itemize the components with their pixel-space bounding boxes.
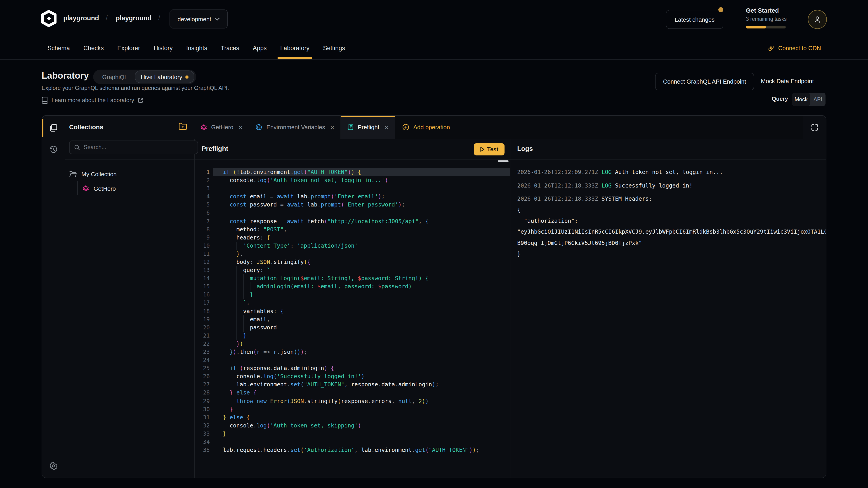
code-line[interactable]: 28 } else { <box>194 389 510 397</box>
code-text: email, <box>223 315 270 323</box>
query-mode-api[interactable]: API <box>810 93 826 106</box>
tab-environment-variables[interactable]: Environment Variables× <box>249 116 341 139</box>
main-nav: SchemaChecksExplorerHistoryInsightsTrace… <box>0 37 868 60</box>
fullscreen-button[interactable] <box>803 116 826 139</box>
code-line[interactable]: 9 headers: { <box>194 233 510 241</box>
connect-endpoint-label: Connect GraphQL API Endpoint <box>663 78 746 85</box>
code-line[interactable]: 18 variables: { <box>194 307 510 315</box>
code-line[interactable]: 17 `, <box>194 299 510 307</box>
code-line[interactable]: 4 const email = await lab.prompt('Enter … <box>194 193 510 201</box>
code-line[interactable]: 13 query: ` <box>194 266 510 274</box>
code-line[interactable]: 27 lab.environment.set("AUTH_TOKEN", res… <box>194 381 510 389</box>
divider <box>89 72 89 84</box>
nav-item-history[interactable]: History <box>154 37 173 59</box>
code-line[interactable]: 29 throw new Error(JSON.stringify(respon… <box>194 397 510 405</box>
line-number: 3 <box>194 184 210 193</box>
code-line[interactable]: 20 password <box>194 323 510 331</box>
code-line[interactable]: 16 } <box>194 291 510 299</box>
avatar[interactable] <box>808 10 827 29</box>
line-number: 21 <box>194 332 210 340</box>
learn-more-link[interactable]: Learn more about the Laboratory <box>41 97 143 104</box>
mock-data-endpoint-button[interactable]: Mock Data Endpoint <box>761 73 814 90</box>
code-text: lab.environment.set("AUTH_TOKEN", respon… <box>223 381 439 389</box>
add-operation-button[interactable]: Add operation <box>395 116 457 139</box>
log-json-line: { <box>517 204 827 216</box>
code-text: console.log('Auth token set, skipping') <box>223 422 361 430</box>
collections-sidebar: Collections Search... My Collection GetH… <box>65 116 195 478</box>
connect-to-cdn-link[interactable]: Connect to CDN <box>768 37 821 59</box>
code-line[interactable]: 35lab.request.headers.set('Authorization… <box>194 446 510 454</box>
code-line[interactable]: 26 console.log('Successfully logged in!'… <box>194 372 510 381</box>
nav-item-schema[interactable]: Schema <box>48 37 70 59</box>
collections-rail-button[interactable] <box>42 119 65 137</box>
get-started-title[interactable]: Get Started <box>746 7 779 14</box>
nav-item-laboratory[interactable]: Laboratory <box>280 37 309 59</box>
mode-hive-label: Hive Laboratory <box>141 73 182 80</box>
tab-preflight[interactable]: Preflight× <box>341 116 395 139</box>
search-input[interactable]: Search... <box>69 140 198 154</box>
close-icon[interactable]: × <box>385 124 388 131</box>
log-entry: 2026-01-26T12:12:18.333Z LOG Successfull… <box>517 180 827 191</box>
external-link-icon <box>138 98 143 103</box>
operation-item[interactable]: GetHero <box>83 183 116 194</box>
history-rail-button[interactable] <box>42 140 65 159</box>
nav-item-apps[interactable]: Apps <box>253 37 267 59</box>
collection-item[interactable]: My Collection <box>69 168 117 180</box>
code-line[interactable]: 24 <box>194 356 510 364</box>
panel-resize-handle[interactable] <box>498 160 508 162</box>
code-line[interactable]: 22 }) <box>194 340 510 348</box>
nav-item-traces[interactable]: Traces <box>221 37 239 59</box>
latest-changes-button[interactable]: Latest changes <box>666 10 723 29</box>
line-number: 22 <box>194 340 210 348</box>
line-number: 12 <box>194 258 210 266</box>
code-line[interactable]: 5 const password = await lab.prompt('Ent… <box>194 201 510 209</box>
code-line[interactable]: 11 }, <box>194 250 510 258</box>
hive-logo-icon[interactable] <box>40 10 58 27</box>
code-line[interactable]: 12 body: JSON.stringify({ <box>194 258 510 266</box>
code-line[interactable]: 21 } <box>194 332 510 340</box>
line-number: 16 <box>194 291 210 299</box>
code-line[interactable]: 8 method: "POST", <box>194 225 510 233</box>
mode-graphiql[interactable]: GraphiQL <box>95 73 135 80</box>
line-number: 13 <box>194 266 210 274</box>
breadcrumb-project[interactable]: playground <box>116 14 151 22</box>
code-line[interactable]: 7 const response = await fetch("http://l… <box>194 217 510 225</box>
code-line[interactable]: 30 } <box>194 405 510 413</box>
code-line[interactable]: 25 if (response.data.adminLogin) { <box>194 364 510 372</box>
nav-item-checks[interactable]: Checks <box>84 37 104 59</box>
add-collection-button[interactable] <box>179 123 187 130</box>
nav-item-explorer[interactable]: Explorer <box>117 37 140 59</box>
code-line[interactable]: 32 console.log('Auth token set, skipping… <box>194 422 510 430</box>
code-line[interactable]: 15 adminLogin(email: $email, password: $… <box>194 283 510 291</box>
nav-item-insights[interactable]: Insights <box>186 37 207 59</box>
line-number: 35 <box>194 446 210 454</box>
close-icon[interactable]: × <box>239 124 242 131</box>
code-line[interactable]: 2 console.log('Auth token not set, loggi… <box>194 176 510 184</box>
line-number: 26 <box>194 372 210 381</box>
settings-rail-button[interactable] <box>42 457 65 475</box>
close-icon[interactable]: × <box>331 124 334 131</box>
code-editor[interactable]: 1if (!lab.environment.get("AUTH_TOKEN"))… <box>194 160 510 478</box>
code-line[interactable]: 23 }).then(r => r.json()); <box>194 348 510 356</box>
code-line[interactable]: 6 <box>194 209 510 217</box>
target-select[interactable]: development <box>169 9 228 29</box>
test-button[interactable]: Test <box>474 143 504 156</box>
line-number: 25 <box>194 364 210 372</box>
log-entry: 2026-01-26T12:12:18.333Z SYSTEM Headers: <box>517 194 827 205</box>
code-line[interactable]: 31} else { <box>194 413 510 421</box>
nav-item-settings[interactable]: Settings <box>323 37 345 59</box>
code-line[interactable]: 3 <box>194 184 510 193</box>
code-line[interactable]: 33} <box>194 430 510 438</box>
sidebar-rail <box>42 116 65 478</box>
code-line[interactable]: 19 email, <box>194 315 510 323</box>
code-line[interactable]: 10 'Content-Type': 'application/json' <box>194 242 510 250</box>
query-mode-mock[interactable]: Mock <box>792 93 810 106</box>
code-line[interactable]: 1if (!lab.environment.get("AUTH_TOKEN"))… <box>194 168 510 176</box>
mode-hive-laboratory[interactable]: Hive Laboratory <box>135 70 195 83</box>
code-line[interactable]: 14 mutation Login($email: String!, $pass… <box>194 274 510 283</box>
connect-graphql-endpoint-button[interactable]: Connect GraphQL API Endpoint <box>655 73 754 90</box>
tab-gethero[interactable]: GetHero× <box>194 116 249 139</box>
breadcrumb-org[interactable]: playground <box>63 14 99 22</box>
code-line[interactable]: 34 <box>194 438 510 446</box>
code-text: const response = await fetch("http://loc… <box>223 217 429 225</box>
